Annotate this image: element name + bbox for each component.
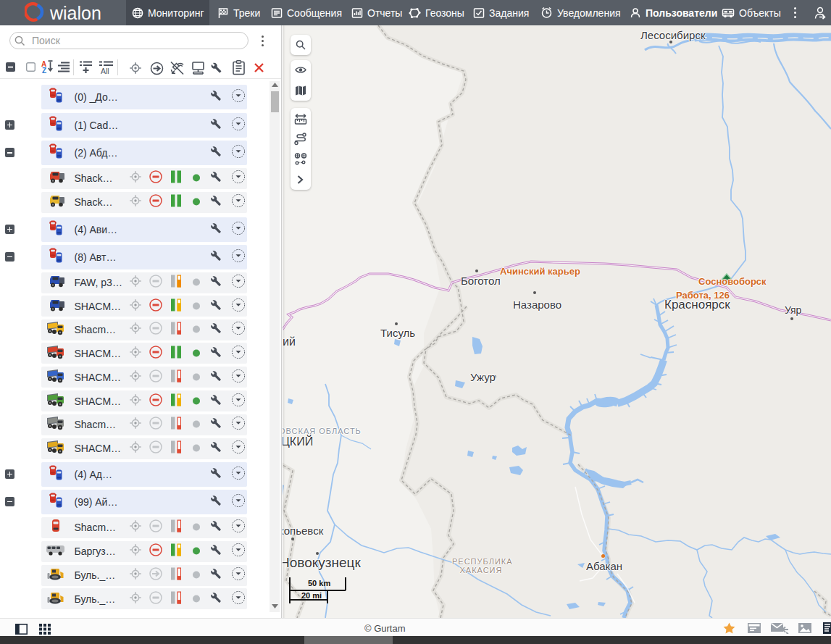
svg-text:50 km: 50 km [308, 579, 330, 587]
svg-text:20 mi: 20 mi [301, 591, 322, 600]
svg-text:All: All [101, 67, 109, 75]
svg-text:Z: Z [42, 67, 46, 74]
